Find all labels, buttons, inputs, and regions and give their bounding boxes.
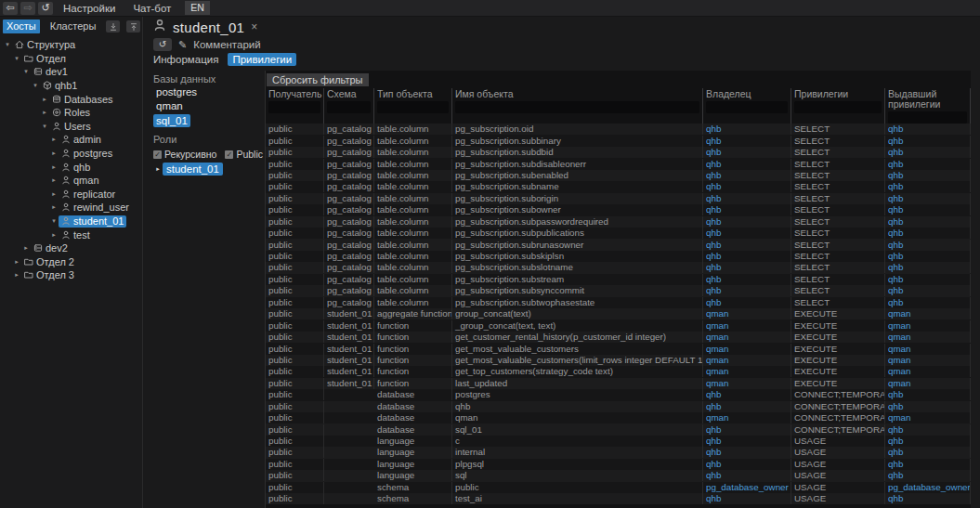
- cell-владелец[interactable]: qhb: [703, 240, 791, 251]
- table-row[interactable]: publicdatabaseqmanqmanCONNECT;TEMPORARYq…: [266, 412, 971, 423]
- tree-item-postgres[interactable]: ▸ postgres: [0, 147, 142, 161]
- role-expand-icon[interactable]: ▸: [153, 165, 163, 173]
- cell-владелец[interactable]: qman: [703, 378, 791, 389]
- cell-выдавший-привилегии[interactable]: qhb: [885, 493, 971, 504]
- filter-input-6[interactable]: [794, 101, 882, 113]
- cell-выдавший-привилегии[interactable]: qhb: [885, 170, 971, 181]
- table-row[interactable]: publicpg_catalogtable.columnpg_subscript…: [266, 239, 971, 250]
- table-row[interactable]: publicpg_catalogtable.columnpg_subscript…: [266, 262, 971, 273]
- refresh-button[interactable]: ↺: [38, 2, 53, 15]
- tree-item-users[interactable]: ▾ Users: [0, 120, 142, 134]
- tree-arrow-icon[interactable]: ▾: [3, 41, 12, 48]
- cell-владелец[interactable]: qhb: [703, 401, 791, 412]
- cell-владелец[interactable]: qhb: [703, 470, 791, 481]
- tree-arrow-icon[interactable]: ▾: [12, 55, 21, 62]
- cell-владелец[interactable]: qhb: [703, 436, 791, 447]
- table-row[interactable]: publicstudent_01functionget_most_valuabl…: [266, 343, 971, 354]
- edit-comment-icon[interactable]: ✎: [178, 39, 187, 51]
- cell-владелец[interactable]: qhb: [703, 181, 791, 192]
- cell-выдавший-привилегии[interactable]: qhb: [885, 389, 971, 400]
- tree-item-test[interactable]: ▸ test: [0, 228, 142, 241]
- cell-выдавший-привилегии[interactable]: qhb: [885, 436, 971, 447]
- cell-выдавший-привилегии[interactable]: qhb: [885, 159, 971, 170]
- tree-arrow-icon[interactable]: ▸: [49, 203, 59, 211]
- tree-item-admin[interactable]: ▸ admin: [0, 133, 142, 147]
- cell-владелец[interactable]: qman: [703, 320, 791, 332]
- cell-владелец[interactable]: qhb: [703, 459, 791, 470]
- cell-владелец[interactable]: qman: [703, 344, 791, 355]
- table-row[interactable]: publicdatabasesql_01qhbCONNECT;TEMPORARY…: [266, 423, 971, 435]
- cell-выдавший-привилегии[interactable]: qman: [885, 308, 971, 319]
- table-row[interactable]: publicpg_catalogtable.columnpg_subscript…: [266, 170, 971, 181]
- table-row[interactable]: publicpg_catalogtable.columnpg_subscript…: [266, 297, 971, 308]
- tree-item-dev2[interactable]: ▸ dev2: [0, 241, 142, 255]
- cell-выдавший-привилегии[interactable]: qhb: [885, 459, 971, 470]
- cell-выдавший-привилегии[interactable]: qhb: [885, 424, 971, 436]
- table-row[interactable]: publicpg_catalogtable.columnpg_subscript…: [266, 193, 971, 204]
- cell-выдавший-привилегии[interactable]: pg_database_owner: [885, 482, 971, 493]
- table-row[interactable]: publiclanguagesqlqhbUSAGEqhb: [266, 470, 971, 481]
- table-row[interactable]: publiclanguageplpgsqlqhbUSAGEqhb: [266, 459, 971, 470]
- cell-выдавший-привилегии[interactable]: qman: [885, 355, 971, 366]
- table-row[interactable]: publicpg_catalogtable.columnpg_subscript…: [266, 147, 971, 158]
- cell-владелец[interactable]: qhb: [703, 285, 791, 296]
- cell-владелец[interactable]: qhb: [703, 228, 791, 239]
- cell-выдавший-привилегии[interactable]: qhb: [885, 285, 971, 296]
- tree-item-структура[interactable]: ▾ Структура: [0, 38, 142, 52]
- cell-выдавший-привилегии[interactable]: qhb: [885, 262, 971, 273]
- tree-item-dev1[interactable]: ▾ dev1: [0, 65, 142, 79]
- table-row[interactable]: publiclanguagecqhbUSAGEqhb: [266, 436, 971, 447]
- tree-arrow-icon[interactable]: ▸: [49, 176, 59, 184]
- cell-владелец[interactable]: qhb: [703, 262, 791, 273]
- cell-владелец[interactable]: qman: [703, 308, 791, 319]
- checkbox-public[interactable]: ✓ Public: [225, 149, 263, 160]
- forward-button[interactable]: ⇨: [20, 2, 35, 15]
- tree-item-отдел-3[interactable]: ▸ Отдел 3: [0, 268, 142, 282]
- table-row[interactable]: publicdatabaseqhbqhbCONNECT;TEMPORARYqhb: [266, 401, 971, 412]
- cell-владелец[interactable]: qhb: [703, 124, 791, 135]
- tree-arrow-icon[interactable]: ▸: [40, 96, 49, 103]
- table-row[interactable]: publicstudent_01functionget_customer_ren…: [266, 332, 971, 343]
- table-row[interactable]: publicstudent_01functionget_most_valuabl…: [266, 355, 971, 366]
- cell-выдавший-привилегии[interactable]: qhb: [885, 147, 971, 158]
- tree-item-rewind-user[interactable]: ▸ rewind_user: [0, 201, 142, 215]
- cell-владелец[interactable]: qman: [703, 355, 791, 366]
- table-row[interactable]: publicpg_catalogtable.columnpg_subscript…: [266, 216, 971, 228]
- cell-выдавший-привилегии[interactable]: qhb: [885, 136, 971, 147]
- table-row[interactable]: publicpg_catalogtable.columnpg_subscript…: [266, 251, 971, 262]
- reset-filters-button[interactable]: Сбросить фильтры: [267, 73, 369, 86]
- table-row[interactable]: publicstudent_01functionget_top_customer…: [266, 366, 971, 377]
- cell-владелец[interactable]: qhb: [703, 447, 791, 458]
- table-row[interactable]: publicdatabasepostgresqhbCONNECT;TEMPORA…: [266, 389, 971, 400]
- table-row[interactable]: publicpg_catalogtable.columnpg_subscript…: [266, 228, 971, 239]
- table-row[interactable]: publicpg_catalogtable.columnpg_subscript…: [266, 135, 971, 146]
- tree-arrow-icon[interactable]: ▸: [12, 271, 21, 279]
- tree-item-student-01[interactable]: ▾ student_01: [0, 215, 142, 228]
- cell-выдавший-привилегии[interactable]: qhb: [885, 470, 971, 481]
- cell-владелец[interactable]: pg_database_owner: [703, 482, 791, 493]
- cell-владелец[interactable]: qhb: [703, 493, 791, 504]
- reload-object-button[interactable]: ↺: [153, 38, 172, 51]
- cell-выдавший-привилегии[interactable]: qhb: [885, 401, 971, 412]
- cell-выдавший-привилегии[interactable]: qhb: [885, 216, 971, 228]
- collapse-all-button[interactable]: [126, 20, 140, 33]
- cell-выдавший-привилегии[interactable]: qman: [885, 378, 971, 389]
- filter-input-4[interactable]: [455, 101, 699, 113]
- tree-item-databases[interactable]: ▸ Databases: [0, 92, 142, 106]
- tree-item-отдел[interactable]: ▾ Отдел: [0, 52, 142, 66]
- role-item-student-01[interactable]: ▸ student_01: [153, 163, 259, 176]
- table-row[interactable]: publicpg_catalogtable.columnpg_subscript…: [266, 158, 971, 169]
- database-item-sql-01[interactable]: sql_01: [153, 114, 190, 127]
- tree-arrow-icon[interactable]: ▸: [49, 231, 59, 239]
- cell-выдавший-привилегии[interactable]: qhb: [885, 124, 971, 135]
- cell-выдавший-привилегии[interactable]: qhb: [885, 297, 971, 308]
- cell-владелец[interactable]: qhb: [703, 136, 791, 147]
- table-row[interactable]: publicstudent_01functionlast_updatedqman…: [266, 378, 971, 389]
- tab-hosts[interactable]: Хосты: [3, 20, 40, 33]
- cell-владелец[interactable]: qman: [703, 412, 791, 423]
- tree-arrow-icon[interactable]: ▾: [40, 123, 49, 130]
- table-row[interactable]: publicstudent_01aggregate functiongroup_…: [266, 308, 971, 319]
- back-button[interactable]: ⇦: [3, 2, 18, 15]
- tree-arrow-icon[interactable]: ▸: [49, 136, 59, 143]
- cell-выдавший-привилегии[interactable]: qman: [885, 320, 971, 332]
